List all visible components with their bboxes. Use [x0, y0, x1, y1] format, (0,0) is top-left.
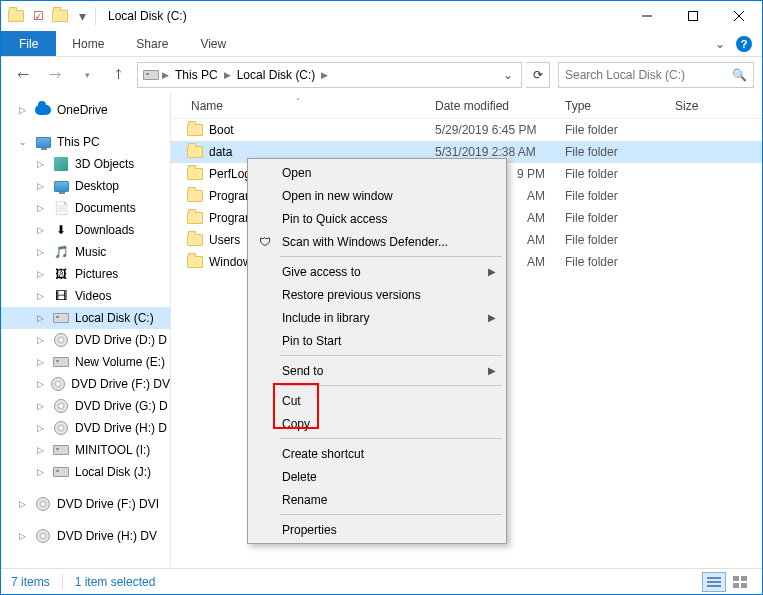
- svg-rect-4: [707, 577, 721, 579]
- col-date[interactable]: Date modified: [425, 99, 555, 113]
- details-view-button[interactable]: [702, 572, 726, 592]
- sort-indicator-icon: ˄: [296, 97, 300, 106]
- help-button[interactable]: ?: [732, 31, 756, 56]
- navigation-pane[interactable]: ▷OneDrive ⌄This PC ▷3D Objects ▷Desktop …: [1, 93, 171, 567]
- svg-rect-1: [689, 12, 698, 21]
- drive-icon: [142, 70, 160, 80]
- videos-icon: 🎞: [53, 288, 69, 304]
- folder-icon: [187, 234, 203, 246]
- cloud-icon: [35, 102, 51, 118]
- tree-minitool-i[interactable]: ▷MINITOOL (I:): [1, 439, 170, 461]
- svg-rect-7: [733, 576, 739, 581]
- ctx-open[interactable]: Open: [250, 161, 504, 184]
- refresh-button[interactable]: ⟳: [526, 62, 550, 88]
- pictures-icon: 🖼: [53, 266, 69, 282]
- search-icon[interactable]: 🔍: [732, 68, 747, 82]
- file-row[interactable]: Boot 5/29/2019 6:45 PM File folder: [171, 119, 762, 141]
- tree-music[interactable]: ▷🎵Music: [1, 241, 170, 263]
- ctx-include-library[interactable]: Include in library▶: [250, 306, 504, 329]
- chevron-right-icon[interactable]: ▶: [319, 70, 330, 80]
- chevron-right-icon[interactable]: ▶: [222, 70, 233, 80]
- tree-this-pc[interactable]: ⌄This PC: [1, 131, 170, 153]
- separator: [280, 256, 502, 257]
- ctx-rename[interactable]: Rename: [250, 488, 504, 511]
- ctx-send-to[interactable]: Send to▶: [250, 359, 504, 382]
- view-tab[interactable]: View: [184, 31, 242, 56]
- dvd-icon: [35, 528, 51, 544]
- forward-button[interactable]: 🡒: [41, 61, 69, 89]
- dvd-icon: [35, 496, 51, 512]
- ctx-create-shortcut[interactable]: Create shortcut: [250, 442, 504, 465]
- chevron-right-icon[interactable]: ▶: [160, 70, 171, 80]
- minimize-button[interactable]: [624, 1, 670, 31]
- properties-qat-icon[interactable]: ☑: [29, 5, 47, 27]
- ctx-scan-defender[interactable]: 🛡Scan with Windows Defender...: [250, 230, 504, 253]
- thumbnails-view-button[interactable]: [728, 572, 752, 592]
- tree-local-disk-j[interactable]: ▷Local Disk (J:): [1, 461, 170, 483]
- address-dropdown-icon[interactable]: ⌄: [499, 68, 517, 82]
- home-tab[interactable]: Home: [56, 31, 120, 56]
- ctx-open-new-window[interactable]: Open in new window: [250, 184, 504, 207]
- ctx-pin-start[interactable]: Pin to Start: [250, 329, 504, 352]
- chevron-right-icon: ▶: [488, 365, 496, 376]
- tree-documents[interactable]: ▷📄Documents: [1, 197, 170, 219]
- crumb-drive[interactable]: Local Disk (C:): [233, 68, 320, 82]
- file-tab[interactable]: File: [1, 31, 56, 56]
- folder-icon: [187, 124, 203, 136]
- tree-3d-objects[interactable]: ▷3D Objects: [1, 153, 170, 175]
- drive-icon: [53, 354, 69, 370]
- tree-desktop[interactable]: ▷Desktop: [1, 175, 170, 197]
- status-item-count: 7 items: [11, 575, 50, 589]
- folder-icon: [187, 256, 203, 268]
- tree-onedrive[interactable]: ▷OneDrive: [1, 99, 170, 121]
- tree-dvd-f-root[interactable]: ▷DVD Drive (F:) DVI: [1, 493, 170, 515]
- folder-icon: [187, 168, 203, 180]
- chevron-right-icon: ▶: [488, 266, 496, 277]
- recent-locations-icon[interactable]: ▾: [73, 61, 101, 89]
- tree-new-volume-e[interactable]: ▷New Volume (E:): [1, 351, 170, 373]
- ctx-properties[interactable]: Properties: [250, 518, 504, 541]
- ctx-delete[interactable]: Delete: [250, 465, 504, 488]
- 3d-objects-icon: [53, 156, 69, 172]
- tree-local-disk-c[interactable]: ▷Local Disk (C:): [1, 307, 170, 329]
- tree-dvd-h[interactable]: ▷DVD Drive (H:) D: [1, 417, 170, 439]
- up-button[interactable]: 🡑: [105, 61, 133, 89]
- dvd-icon: [53, 398, 69, 414]
- ctx-pin-quick-access[interactable]: Pin to Quick access: [250, 207, 504, 230]
- dvd-icon: [53, 332, 69, 348]
- svg-rect-6: [707, 585, 721, 587]
- ctx-give-access[interactable]: Give access to▶: [250, 260, 504, 283]
- status-bar: 7 items 1 item selected: [1, 568, 762, 594]
- col-name[interactable]: ˄Name: [171, 99, 425, 113]
- drive-icon: [53, 464, 69, 480]
- search-placeholder: Search Local Disk (C:): [565, 68, 685, 82]
- new-folder-qat-icon[interactable]: [51, 5, 69, 27]
- dvd-icon: [53, 420, 69, 436]
- col-type[interactable]: Type: [555, 99, 665, 113]
- separator: [280, 355, 502, 356]
- expand-ribbon-icon[interactable]: ⌄: [708, 31, 732, 56]
- search-input[interactable]: Search Local Disk (C:) 🔍: [558, 62, 754, 88]
- tree-pictures[interactable]: ▷🖼Pictures: [1, 263, 170, 285]
- ctx-restore-versions[interactable]: Restore previous versions: [250, 283, 504, 306]
- tree-dvd-d[interactable]: ▷DVD Drive (D:) D: [1, 329, 170, 351]
- share-tab[interactable]: Share: [120, 31, 184, 56]
- ctx-cut[interactable]: Cut: [250, 389, 504, 412]
- crumb-this-pc[interactable]: This PC: [171, 68, 222, 82]
- close-button[interactable]: [716, 1, 762, 31]
- tree-dvd-f[interactable]: ▷DVD Drive (F:) DV: [1, 373, 170, 395]
- ribbon: File Home Share View ⌄ ?: [1, 31, 762, 57]
- tree-downloads[interactable]: ▷⬇Downloads: [1, 219, 170, 241]
- qat-dropdown-icon[interactable]: ▾: [73, 5, 91, 27]
- address-bar-row: 🡐 🡒 ▾ 🡑 ▶ This PC ▶ Local Disk (C:) ▶ ⌄ …: [1, 57, 762, 93]
- tree-dvd-g[interactable]: ▷DVD Drive (G:) D: [1, 395, 170, 417]
- maximize-button[interactable]: [670, 1, 716, 31]
- tree-dvd-h-root[interactable]: ▷DVD Drive (H:) DV: [1, 525, 170, 547]
- folder-icon: [7, 5, 25, 27]
- back-button[interactable]: 🡐: [9, 61, 37, 89]
- col-size[interactable]: Size: [665, 99, 735, 113]
- tree-videos[interactable]: ▷🎞Videos: [1, 285, 170, 307]
- breadcrumb[interactable]: ▶ This PC ▶ Local Disk (C:) ▶ ⌄: [137, 62, 522, 88]
- folder-icon: [187, 146, 203, 158]
- ctx-copy[interactable]: Copy: [250, 412, 504, 435]
